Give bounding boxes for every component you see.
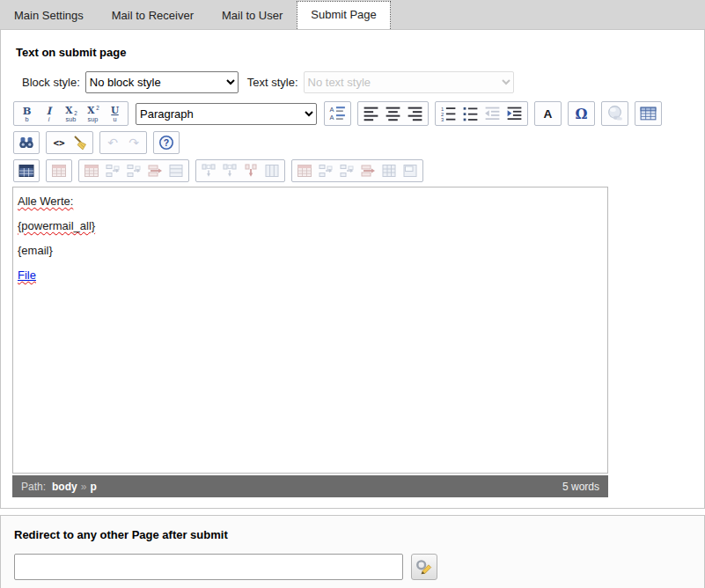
paragraph-style-group — [324, 101, 351, 126]
undo-icon — [104, 134, 121, 151]
superscript-button[interactable] — [82, 103, 104, 124]
justify-group — [357, 101, 429, 126]
editor-line-text: {powermail_all} — [18, 219, 95, 232]
special-char-group — [568, 101, 595, 126]
unordered-list-button[interactable] — [459, 103, 481, 124]
text-color-button[interactable] — [537, 103, 559, 124]
path-node-p[interactable]: p — [90, 481, 96, 493]
column-insert-after-icon — [221, 162, 239, 180]
toggle-borders-button[interactable] — [16, 161, 37, 180]
table-properties-icon — [50, 162, 68, 180]
table-props-group — [46, 159, 72, 182]
section-title-redirect: Redirect to any other Page after submit — [14, 528, 691, 541]
binoculars-icon — [18, 134, 35, 151]
tab-submit-page[interactable]: Submit Page — [297, 1, 390, 29]
row-properties-button — [81, 161, 102, 180]
text-format-group — [13, 101, 129, 126]
link-group — [601, 101, 628, 126]
block-style-label: Block style: — [22, 76, 80, 89]
editor-line-text[interactable]: File — [18, 268, 36, 282]
cell-merge-icon — [380, 162, 398, 180]
tab-label: Submit Page — [311, 8, 376, 21]
outdent-icon — [483, 104, 502, 123]
ordered-list-icon — [439, 104, 458, 123]
cell-merge-button — [378, 161, 400, 180]
cell-delete-button — [357, 161, 378, 180]
column-group — [195, 159, 285, 182]
globe-link-icon — [606, 104, 624, 123]
source-code-button[interactable] — [48, 133, 70, 152]
help-button[interactable] — [156, 133, 177, 152]
special-character-button[interactable] — [570, 103, 592, 124]
source-code-icon — [50, 134, 68, 151]
help-group — [153, 131, 180, 154]
path-node-body[interactable]: body — [52, 481, 77, 493]
insert-table-button[interactable] — [637, 103, 659, 124]
tab-main-settings[interactable]: Main Settings — [0, 2, 98, 29]
redo-icon — [125, 134, 143, 151]
underline-button[interactable] — [104, 103, 126, 124]
paragraph-lines-icon — [328, 104, 347, 123]
outdent-button — [481, 103, 503, 124]
help-icon — [158, 134, 175, 151]
ordered-list-button[interactable] — [437, 103, 459, 124]
section-title-text-on-submit-page: Text on submit page — [16, 46, 693, 59]
subscript-icon — [62, 104, 80, 123]
column-insert-before-button — [198, 161, 219, 180]
rte-content-area[interactable]: Alle Werte: {powermail_all} {email} File — [12, 187, 608, 474]
find-replace-button[interactable] — [16, 133, 37, 152]
unordered-list-icon — [461, 104, 480, 123]
bold-button[interactable] — [16, 103, 38, 124]
word-count: 5 words — [562, 481, 599, 493]
editor-line: {powermail_all} — [18, 218, 603, 233]
italic-button[interactable] — [38, 103, 60, 124]
cell-split-icon — [401, 162, 419, 180]
rte-toolbar-row-1: Paragraph — [13, 101, 693, 126]
row-insert-under-icon — [125, 162, 143, 180]
insert-link-button — [604, 103, 626, 124]
redirect-input-row — [14, 554, 691, 580]
cleanup-button[interactable] — [70, 133, 91, 152]
cell-properties-icon — [296, 162, 313, 180]
tab-mail-to-user[interactable]: Mail to User — [208, 2, 297, 29]
broom-icon — [71, 134, 89, 151]
tab-label: Main Settings — [14, 9, 84, 22]
redirect-page-input[interactable] — [14, 554, 403, 580]
row-split-button — [165, 161, 187, 180]
table-icon — [639, 104, 657, 123]
justify-center-button[interactable] — [382, 103, 404, 124]
table-properties-button — [48, 161, 70, 180]
table-group — [635, 101, 662, 126]
link-wizard-icon — [415, 557, 434, 577]
column-split-button — [261, 161, 283, 180]
block-style-select[interactable]: No block style — [85, 71, 239, 93]
justify-left-button[interactable] — [360, 103, 382, 124]
indent-icon — [505, 104, 524, 123]
tab-mail-to-receiver[interactable]: Mail to Receiver — [98, 2, 208, 29]
text-style-select: No text style — [304, 71, 514, 93]
text-color-icon — [539, 104, 557, 123]
paragraph-format-select[interactable]: Paragraph — [136, 103, 317, 125]
editor-line-text: {email} — [18, 244, 53, 257]
italic-icon — [40, 104, 58, 123]
row-properties-icon — [83, 162, 100, 180]
line-style-button[interactable] — [327, 103, 349, 124]
justify-right-button[interactable] — [404, 103, 426, 124]
omega-icon — [572, 104, 591, 123]
superscript-icon — [84, 104, 102, 123]
link-wizard-button[interactable] — [411, 554, 437, 580]
undo-redo-group — [99, 131, 147, 154]
indent-button[interactable] — [503, 103, 525, 124]
row-insert-under-button — [123, 161, 144, 180]
subscript-button[interactable] — [60, 103, 82, 124]
row-delete-button — [144, 161, 165, 180]
undo-button — [102, 133, 123, 152]
underline-icon — [106, 104, 124, 123]
table-borders-icon — [18, 162, 35, 180]
cell-insert-before-button — [315, 161, 336, 180]
cell-insert-after-icon — [338, 162, 356, 180]
path-separator: » — [81, 481, 87, 493]
column-delete-button — [240, 161, 261, 180]
text-style-label: Text style: — [247, 76, 298, 89]
column-delete-icon — [242, 162, 260, 180]
